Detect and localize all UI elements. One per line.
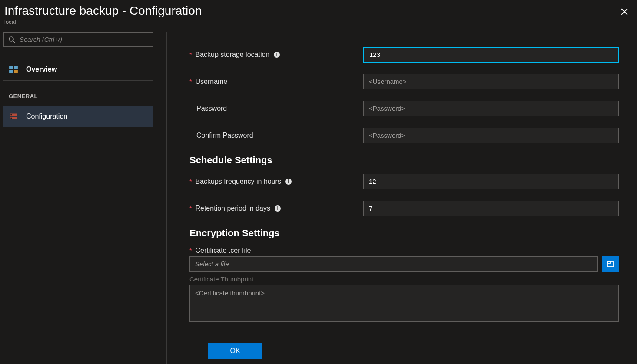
username-input[interactable] <box>363 74 619 89</box>
svg-line-3 <box>13 41 15 43</box>
svg-rect-13 <box>607 262 610 263</box>
svg-point-2 <box>9 37 13 41</box>
cert-thumbprint-input[interactable] <box>189 285 619 322</box>
schedule-settings-heading: Schedule Settings <box>189 155 619 166</box>
required-marker: * <box>189 78 192 85</box>
field-label-password: Password <box>196 105 227 113</box>
required-marker: * <box>189 178 192 185</box>
required-marker: * <box>189 205 192 212</box>
svg-rect-4 <box>9 66 13 69</box>
sidebar-item-label: Configuration <box>26 113 67 120</box>
sidebar-item-configuration[interactable]: Configuration <box>3 106 153 127</box>
info-icon[interactable]: i <box>285 179 292 185</box>
search-icon <box>8 36 15 43</box>
svg-rect-11 <box>10 118 12 119</box>
page-title: Infrastructure backup - Configuration <box>4 4 202 18</box>
cert-file-input[interactable] <box>189 256 598 272</box>
page-subtitle: local <box>4 19 202 25</box>
encryption-settings-heading: Encryption Settings <box>189 228 619 239</box>
content-pane: * Backup storage location i * Username <box>167 32 637 364</box>
field-label-retention: Retention period in days <box>195 205 270 212</box>
info-icon[interactable]: i <box>275 205 281 212</box>
configuration-icon <box>9 112 18 121</box>
frequency-input[interactable] <box>363 174 619 189</box>
blade-header: Infrastructure backup - Configuration lo… <box>0 0 637 28</box>
sidebar-item-overview[interactable]: Overview <box>3 59 153 81</box>
svg-rect-5 <box>14 66 18 69</box>
svg-rect-7 <box>14 70 18 73</box>
search-box[interactable] <box>3 32 153 47</box>
field-label-cert-file: Certificate .cer file. <box>195 247 252 255</box>
ok-button[interactable]: OK <box>208 343 262 359</box>
retention-input[interactable] <box>363 201 619 216</box>
search-input[interactable] <box>15 36 148 43</box>
field-label-backup-location: Backup storage location <box>195 51 269 59</box>
backup-location-input[interactable] <box>363 47 619 63</box>
required-marker: * <box>189 51 192 58</box>
pin-icon[interactable] <box>603 7 613 17</box>
close-icon[interactable] <box>620 7 629 17</box>
field-label-frequency: Backups frequency in hours <box>195 178 281 185</box>
sidebar-section-general: GENERAL <box>3 81 166 106</box>
password-input[interactable] <box>363 101 619 116</box>
svg-rect-10 <box>10 114 12 115</box>
field-label-username: Username <box>195 78 227 86</box>
field-label-confirm-password: Confirm Password <box>196 132 253 139</box>
sidebar-item-label: Overview <box>26 66 57 73</box>
sidebar: Overview GENERAL Configuration <box>0 32 167 364</box>
info-icon[interactable]: i <box>274 52 280 58</box>
folder-icon <box>606 260 615 268</box>
browse-file-button[interactable] <box>602 256 619 272</box>
required-marker: * <box>189 247 192 254</box>
overview-icon <box>9 65 18 74</box>
confirm-password-input[interactable] <box>363 128 619 143</box>
field-label-cert-thumbprint: Certificate Thumbprint <box>189 275 619 283</box>
svg-rect-6 <box>9 70 13 73</box>
